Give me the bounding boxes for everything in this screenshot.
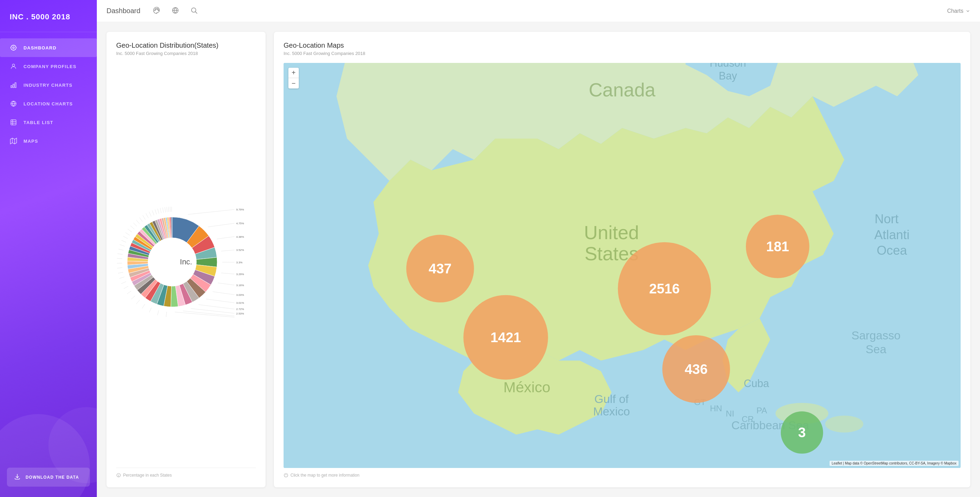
map-footer: Click the map to get more information <box>283 473 961 478</box>
svg-line-59 <box>123 236 127 238</box>
geo-distribution-subtitle: Inc. 5000 Fast Growing Companies 2018 <box>116 51 256 56</box>
chart-footer: Percentage in each States <box>116 468 256 478</box>
svg-point-11 <box>155 8 156 10</box>
map-attribution: Leaflet | Map data © OpenStreetMap contr… <box>830 461 959 466</box>
svg-point-15 <box>192 8 196 12</box>
svg-text:3.29%: 3.29% <box>236 272 244 275</box>
zoom-in-button[interactable]: + <box>288 68 299 78</box>
svg-line-37 <box>191 308 234 313</box>
svg-line-43 <box>150 307 151 312</box>
svg-rect-6 <box>11 120 16 125</box>
svg-text:Sargasso: Sargasso <box>851 329 900 342</box>
svg-line-56 <box>118 249 123 250</box>
globe-icon <box>10 100 17 108</box>
svg-line-35 <box>199 305 234 309</box>
svg-line-42 <box>158 310 159 315</box>
svg-point-12 <box>157 8 158 10</box>
download-button[interactable]: DOWNLOAD THE DATA <box>7 468 90 487</box>
svg-line-52 <box>117 267 123 268</box>
header: Dashboard Charts <box>97 0 980 22</box>
svg-line-64 <box>136 220 140 224</box>
svg-line-77 <box>170 207 170 212</box>
geo-map-title: Geo-Location Maps <box>283 41 961 49</box>
svg-text:2.72%: 2.72% <box>236 308 244 311</box>
svg-line-40 <box>175 312 234 317</box>
svg-line-73 <box>162 207 164 213</box>
table-icon <box>10 119 17 126</box>
svg-line-41 <box>166 312 167 317</box>
svg-text:9.79%: 9.79% <box>236 208 244 211</box>
charts-btn-label: Charts <box>947 8 963 14</box>
sidebar-item-table-list[interactable]: TABLE LIST <box>0 113 97 132</box>
svg-text:4.75%: 4.75% <box>236 222 244 225</box>
svg-line-50 <box>119 277 124 278</box>
svg-line-16 <box>196 12 197 13</box>
chart-footer-text: Percentage in each States <box>123 473 172 478</box>
svg-text:4.38%: 4.38% <box>236 235 244 238</box>
palette-icon[interactable] <box>151 5 162 17</box>
svg-line-62 <box>130 226 134 229</box>
svg-line-65 <box>139 218 142 222</box>
svg-point-13 <box>158 10 159 11</box>
svg-line-58 <box>121 240 126 242</box>
svg-line-69 <box>152 210 154 215</box>
svg-point-107 <box>463 295 548 380</box>
zoom-out-button[interactable]: − <box>288 78 299 89</box>
svg-line-19 <box>208 223 234 227</box>
chart-icon <box>10 81 17 89</box>
svg-text:Gulf of: Gulf of <box>595 393 629 405</box>
cluster-east[interactable]: 181 <box>746 214 810 278</box>
svg-text:Hudson: Hudson <box>710 63 746 69</box>
person-icon <box>10 63 17 70</box>
sidebar-item-dashboard[interactable]: DASHBOARD <box>0 38 97 57</box>
svg-text:Atlanti: Atlanti <box>874 228 910 242</box>
svg-line-45 <box>136 300 140 304</box>
map-footer-text: Click the map to get more information <box>291 473 359 478</box>
svg-line-68 <box>149 211 151 216</box>
cluster-west[interactable]: 437 <box>406 235 474 302</box>
map-svg: Gulf of Mexico Canada United States Méxi… <box>283 63 961 468</box>
content-area: Geo-Location Distribution(States) Inc. 5… <box>97 22 980 497</box>
svg-text:NI: NI <box>726 409 734 418</box>
sidebar-item-maps[interactable]: MAPS <box>0 132 97 150</box>
main-area: Dashboard Charts Geo-Location Distributi… <box>97 0 980 497</box>
svg-line-49 <box>121 281 126 283</box>
industry-charts-label: INDUSTRY CHARTS <box>24 83 73 88</box>
svg-text:Cuba: Cuba <box>744 378 769 389</box>
svg-point-111 <box>746 214 810 278</box>
cluster-caribbean[interactable]: 3 <box>781 411 823 453</box>
svg-point-109 <box>618 242 711 335</box>
donut-chart[interactable]: 9.79%4.75%4.38%3.52%3.3%3.29%3.16%3.03%3… <box>117 196 255 328</box>
svg-text:PA: PA <box>757 406 768 415</box>
svg-line-70 <box>155 209 157 214</box>
svg-rect-2 <box>11 86 12 88</box>
sidebar-item-industry-charts[interactable]: INDUSTRY CHARTS <box>0 76 97 94</box>
geo-distribution-title: Geo-Location Distribution(States) <box>116 41 256 49</box>
svg-text:2.53%: 2.53% <box>236 312 244 315</box>
company-profiles-label: COMPANY PROFILES <box>24 64 76 69</box>
map-area[interactable]: + − <box>283 63 961 468</box>
svg-rect-4 <box>15 83 16 87</box>
svg-text:Ocea: Ocea <box>877 243 907 257</box>
search-icon[interactable] <box>188 5 200 17</box>
cluster-southwest[interactable]: 1421 <box>463 295 548 380</box>
svg-line-75 <box>167 207 167 212</box>
charts-dropdown-button[interactable]: Charts <box>947 8 970 14</box>
sidebar-item-company-profiles[interactable]: COMPANY PROFILES <box>0 57 97 76</box>
svg-text:3.52%: 3.52% <box>236 249 244 252</box>
svg-point-0 <box>13 47 14 49</box>
globe-header-icon[interactable] <box>169 5 181 17</box>
cluster-central[interactable]: 2516 <box>618 242 711 335</box>
svg-line-29 <box>218 283 234 285</box>
location-charts-label: LOCATION CHARTS <box>24 101 73 106</box>
donut-chart-container: 9.79%4.75%4.38%3.52%3.3%3.29%3.16%3.03%3… <box>116 63 256 461</box>
svg-line-51 <box>118 272 123 273</box>
dashboard-icon <box>10 44 17 51</box>
svg-line-21 <box>217 237 234 239</box>
download-label: DOWNLOAD THE DATA <box>25 475 79 480</box>
cluster-south[interactable]: 436 <box>662 335 730 403</box>
dashboard-label: DASHBOARD <box>24 45 56 51</box>
svg-line-47 <box>127 291 131 294</box>
sidebar-item-location-charts[interactable]: LOCATION CHARTS <box>0 94 97 113</box>
svg-text:3.03%: 3.03% <box>236 293 244 296</box>
